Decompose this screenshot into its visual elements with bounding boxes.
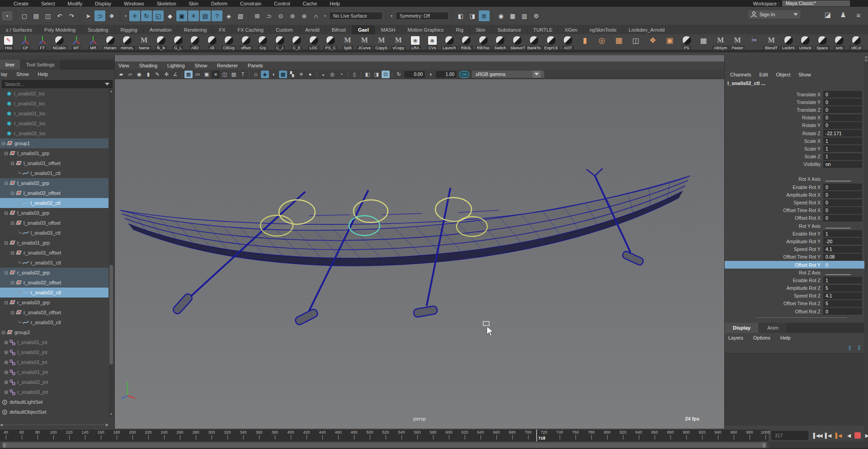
outliner-row[interactable]: ⊟r_snails03_offset — [0, 307, 108, 317]
play-backwards-button[interactable]: ◀ — [844, 431, 853, 440]
shelf-item-C_E[interactable]: C_E — [288, 35, 306, 51]
outliner-row[interactable]: ✱r_snails03_loc — [0, 128, 108, 138]
expander-minus-icon[interactable]: ⊟ — [10, 310, 15, 315]
lasso-select-icon[interactable]: ⊃ — [94, 10, 105, 21]
channel-label[interactable]: Scale Y — [725, 146, 823, 151]
shelf-item-LOC[interactable]: LOC — [305, 35, 322, 51]
channel-value-field[interactable]: 0 — [823, 114, 862, 121]
quick-layout-dropdown[interactable]: ▾ — [1, 10, 13, 21]
shelf-tab-gael[interactable]: Gael — [352, 25, 375, 34]
ipr-render-icon[interactable]: ▥ — [519, 10, 530, 21]
time-slider[interactable]: 4060801001201401601802002202402602803003… — [0, 430, 769, 441]
channel-row[interactable]: Speed Rot Y4.1 — [725, 246, 865, 253]
channel-value-field[interactable]: 4.1 — [823, 293, 862, 299]
channel-value-field[interactable]: 0 — [823, 122, 862, 129]
view-transform-select[interactable]: sRGB gamma — [472, 71, 544, 78]
outliner-row[interactable]: ⊞l_snails02_jnt — [0, 347, 108, 357]
outliner-row[interactable]: ✱l_snails02_loc — [0, 89, 108, 99]
shelf-tab-mash[interactable]: MASH — [375, 25, 402, 34]
expander-minus-icon[interactable]: ⊟ — [10, 280, 15, 285]
channel-row[interactable]: Translate X0 — [725, 90, 865, 98]
shelf-item-sets[interactable]: sets — [831, 35, 848, 51]
shelf-item-orange-cylinder[interactable]: ▮ — [576, 35, 594, 45]
menu-help[interactable]: Help — [330, 1, 340, 6]
expander-minus-icon[interactable]: ⊟ — [4, 181, 9, 186]
shelf-item-CVs[interactable]: ◉CVs — [424, 35, 441, 51]
layers-menu-layers[interactable]: Layers — [728, 335, 743, 340]
layers-menu-options[interactable]: Options — [753, 335, 770, 340]
panel-toggle-icon[interactable] — [865, 59, 868, 61]
save-scene-icon[interactable]: ◫ — [42, 10, 53, 21]
outliner-row[interactable]: defaultLightSet — [0, 397, 108, 407]
shelf-tab-sculpting[interactable]: Sculpting — [82, 25, 114, 34]
outliner-row[interactable]: ⊞l_snails03_jnt — [0, 357, 108, 367]
pan-zoom-icon[interactable]: ✜ — [162, 71, 170, 78]
shelf-tab-s-surfaces[interactable]: s / Surfaces — [0, 25, 38, 34]
outliner-row[interactable]: ⊟group2 — [0, 327, 108, 337]
outliner-row[interactable]: ⊞r_snails02_jnt — [0, 377, 108, 387]
shelf-item-Rib3L[interactable]: Rib3L — [458, 35, 475, 51]
render-settings-icon[interactable]: ⚙ — [531, 10, 542, 21]
shelf-item-SleeveT[interactable]: SleeveT — [509, 35, 526, 51]
outliner-row[interactable]: ⊟l_snails03_grp — [0, 208, 108, 218]
snap-surface-icon[interactable]: ⊛ — [299, 10, 310, 21]
shelf-tab-poly-modeling[interactable]: Poly Modeling — [38, 25, 82, 34]
shelf-tab-arnold[interactable]: Arnold — [299, 25, 326, 34]
soft-modification-icon[interactable]: ✳ — [188, 10, 199, 21]
shelf-item-CtlGrp[interactable]: CtlGrp — [221, 35, 238, 51]
current-frame-marker[interactable] — [536, 430, 537, 441]
grid-toggle-icon[interactable]: ▦ — [184, 71, 193, 78]
outliner-row[interactable]: ✱l_snails03_loc — [0, 99, 108, 109]
outliner-row[interactable]: ⊟l_snails01_offset — [0, 158, 108, 168]
output-operations-icon[interactable]: ◨ — [467, 10, 478, 21]
resolution-gate-icon[interactable]: ▣ — [203, 71, 211, 78]
new-scene-icon[interactable]: ▢ — [19, 10, 30, 21]
shelf-item-LRA[interactable]: ◉LRA — [407, 35, 424, 51]
channel-value-field[interactable]: 0 — [823, 261, 862, 268]
shelf-tab-lookdev_arnold[interactable]: Lookdev_Arnold — [623, 25, 671, 34]
shelf-tab-rig[interactable]: Rig — [450, 25, 470, 34]
xray-joints-icon[interactable]: ◨ — [373, 71, 381, 78]
snap-curve-icon[interactable]: ⊃ — [264, 10, 274, 21]
viewport-menu-lighting[interactable]: Lighting — [167, 63, 185, 68]
scale-tool-icon[interactable]: ◱ — [153, 10, 164, 21]
default-material-icon[interactable]: ◐ — [270, 71, 278, 78]
shelf-item-Switch[interactable]: Switch — [492, 35, 509, 51]
shelf-tab-ngskintools[interactable]: ngSkinTools — [584, 25, 623, 34]
channel-value-field[interactable]: 0 — [823, 207, 862, 214]
channel-row[interactable]: Rotate Z-22.171 — [725, 129, 865, 137]
scroll-up-icon[interactable]: ▲ — [109, 89, 113, 94]
menu-skeleton[interactable]: Skeleton — [157, 1, 176, 6]
viewport-menu-renderer[interactable]: Renderer — [217, 63, 238, 68]
last-tool-icon[interactable]: ? — [212, 10, 222, 21]
shelf-item-Space[interactable]: Space — [814, 35, 831, 51]
character-pose-icon[interactable]: ♟ — [838, 9, 849, 20]
expander-plus-icon[interactable]: ⊞ — [4, 390, 9, 395]
channel-value-field[interactable]: 1 — [823, 145, 862, 152]
gate-mask-icon[interactable]: ■ — [212, 71, 220, 78]
highlight-selection-icon[interactable]: ▧ — [235, 10, 246, 21]
channel-label[interactable]: Translate X — [725, 92, 823, 97]
channel-row[interactable]: Rot Y Axis — [725, 222, 865, 230]
channel-value-field[interactable]: 0 — [823, 199, 862, 206]
channel-value-field[interactable]: 0 — [823, 308, 862, 315]
channel-value-field[interactable]: 0.08 — [823, 254, 862, 260]
channel-value-field[interactable] — [823, 222, 862, 229]
stop-button[interactable]: ■ — [854, 432, 861, 439]
shelf-item-orange-grid[interactable]: ▦ — [610, 35, 627, 45]
channel-label[interactable]: Scale X — [725, 138, 823, 144]
gamma-field[interactable]: 1.00 — [436, 71, 457, 78]
expander-minus-icon[interactable]: ⊟ — [4, 151, 9, 156]
symmetry-field[interactable]: Symmetry: Off — [396, 12, 449, 20]
outliner-row[interactable]: ⊟r_snails03_grp — [0, 298, 108, 307]
tab-tool-settings[interactable]: Tool Settings — [21, 60, 61, 70]
tab-outliner[interactable]: liner — [0, 60, 21, 70]
shelf-item-MT[interactable]: MT — [68, 35, 85, 51]
channel-value-field[interactable]: 0 — [823, 99, 862, 105]
occlusion-icon[interactable]: ◒ — [319, 71, 327, 78]
outliner-row[interactable]: └•l_snails03_ctl — [0, 228, 108, 238]
search-filter-dropdown-icon[interactable] — [105, 83, 109, 85]
move-tool-icon[interactable]: ✛ — [129, 10, 140, 21]
channel-value-field[interactable]: 1 — [823, 277, 862, 284]
outliner-row[interactable]: ⊟l_snails02_offset — [0, 188, 108, 198]
